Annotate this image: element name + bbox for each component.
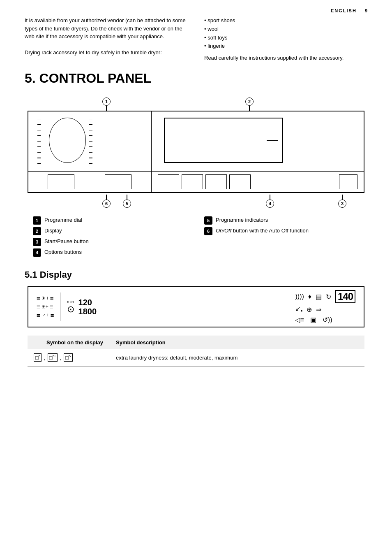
display-left-symbols: ≡☀+≡ ≡⊞+≡ ≡⟋+≡: [37, 295, 54, 320]
label-row-2: 2 Display: [33, 227, 196, 235]
section51-title: 5.1 Display: [25, 269, 367, 280]
symbol-cell-1: □* , □*+ , □*-: [34, 353, 116, 362]
label-text-3: Start/Pause button: [44, 238, 89, 245]
intro-para2: Drying rack accessory let to dry safely …: [25, 49, 188, 57]
language-label: ENGLISH: [331, 8, 357, 13]
section51-label: Display: [40, 269, 72, 280]
symbol-table-row-1: □* , □*+ , □*- extra laundry dryness: de…: [28, 349, 364, 366]
label-badge-3: 3: [33, 238, 41, 246]
labels-col-1: 1 Programme dial 2 Display 3 Start/Pause…: [33, 216, 196, 259]
col-header-symbol: Symbol on the display: [34, 339, 116, 346]
intro-right-content: sport shoes wool soft toys lingerie Read…: [204, 16, 367, 63]
callout-2-circle: 2: [245, 97, 254, 106]
display-numbers: 120 1800: [78, 298, 97, 316]
options-btn-2[interactable]: [182, 174, 203, 189]
callout-3-circle: 3: [338, 200, 346, 208]
label-badge-4: 4: [33, 248, 41, 257]
display-screen: [164, 118, 283, 163]
list-item: sport shoes: [204, 16, 367, 25]
labels-col-2: 5 Programme indicators 6 On/Off button w…: [204, 216, 367, 259]
start-pause-button[interactable]: [339, 174, 357, 189]
options-btn-4[interactable]: [229, 174, 251, 189]
display-right-symbols: )))) ♦ ▤ ↻ 140 ↙▪ ⊕ ⇒ ◁≡ ▣ ↺)): [295, 290, 355, 323]
intro-left-text: It is available from your authorized ven…: [25, 16, 188, 63]
display-diagram: ≡☀+≡ ≡⊞+≡ ≡⟋+≡ min ⊙ 120 1800 )))) ♦: [28, 286, 364, 327]
label-badge-2: 2: [33, 227, 41, 235]
intro-section: It is available from your authorized ven…: [25, 16, 367, 63]
section51-container: 5.1 Display ≡☀+≡ ≡⊞+≡ ≡⟋+≡ min ⊙ 120 180…: [25, 269, 367, 367]
label-badge-5: 5: [204, 216, 212, 225]
callout-6-circle: 6: [102, 200, 111, 208]
label-row-5: 5 Programme indicators: [204, 216, 367, 225]
label-badge-1: 1: [33, 216, 41, 225]
page-number: 9: [365, 8, 367, 13]
label-badge-6: 6: [204, 227, 212, 235]
section51-number: 5.1: [25, 269, 40, 280]
section5-number: 5.: [25, 71, 39, 86]
label-row-1: 1 Programme dial: [33, 216, 196, 225]
options-btn-3[interactable]: [205, 174, 227, 189]
list-item: wool: [204, 25, 367, 34]
callout-4-circle: 4: [266, 200, 274, 208]
section5-label: CONTROL PANEL: [39, 71, 152, 86]
onoff-button[interactable]: [48, 174, 74, 189]
labels-section: 1 Programme dial 2 Display 3 Start/Pause…: [33, 216, 367, 259]
symbol-table: Symbol on the display Symbol description…: [28, 336, 364, 367]
display-min-area: min ⊙: [67, 299, 74, 315]
control-panel-box: [28, 111, 364, 193]
label-row-3: 3 Start/Pause button: [33, 238, 196, 246]
col-header-desc: Symbol description: [116, 339, 358, 346]
label-row-4: 4 Options buttons: [33, 248, 196, 257]
items-list: sport shoes wool soft toys lingerie: [204, 16, 367, 51]
label-row-6: 6 On/Off button with the Auto Off functi…: [204, 227, 367, 235]
callout-5-circle: 5: [123, 200, 131, 208]
label-text-6: On/Off button with the Auto Off function: [216, 227, 309, 234]
intro-para1: It is available from your authorized ven…: [25, 16, 188, 41]
list-item: soft toys: [204, 34, 367, 42]
desc-cell-1: extra laundry dryness: default, moderate…: [116, 355, 358, 361]
programme-indicator-btn[interactable]: [105, 174, 131, 189]
options-btn-1[interactable]: [158, 174, 179, 189]
section5-title: 5. CONTROL PANEL: [25, 71, 367, 86]
label-text-4: Options buttons: [44, 248, 82, 256]
page-header: ENGLISH 9: [25, 8, 367, 13]
label-text-5: Programme indicators: [216, 216, 268, 224]
list-item: lingerie: [204, 42, 367, 51]
accessory-note: Read carefully the instructions supplied…: [204, 54, 367, 63]
label-text-1: Programme dial: [44, 216, 82, 224]
symbol-table-header: Symbol on the display Symbol description: [28, 336, 364, 349]
programme-dial[interactable]: [49, 118, 86, 163]
control-panel-diagram-wrapper: 1 2: [28, 94, 364, 210]
label-text-2: Display: [44, 227, 62, 234]
callout-1-circle: 1: [102, 97, 111, 106]
